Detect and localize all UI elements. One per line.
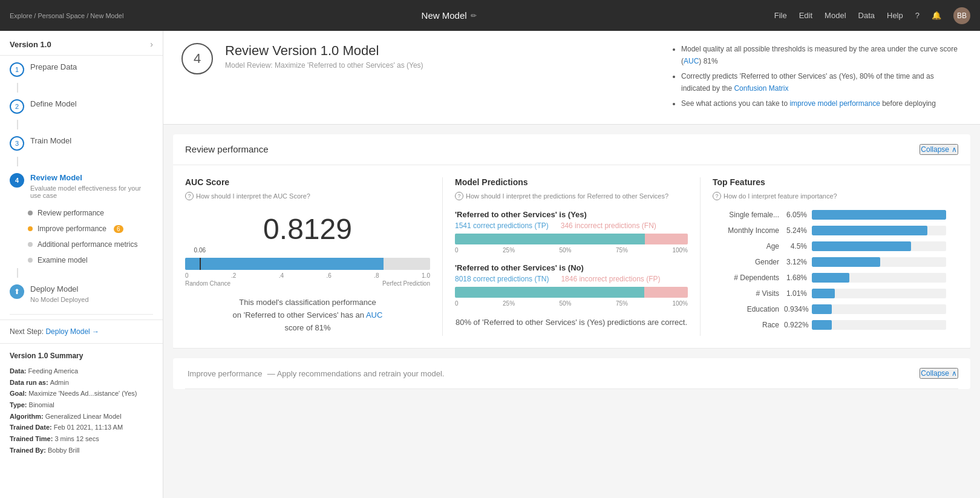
step-connector-2	[17, 120, 18, 129]
feature-row-8: Race 0.922%	[713, 320, 946, 330]
predictions-column: Model Predictions ? How should I interpr…	[443, 177, 701, 336]
topbar: Explore / Personal Space / New Model New…	[0, 0, 980, 31]
header-bullet-3: See what actions you can take to improve…	[681, 97, 962, 110]
step-label-4: Review Model	[30, 172, 153, 183]
sidebar-step-review[interactable]: 4 Review Model Evaluate model effectiven…	[0, 166, 163, 205]
feature-row-6: # Visits 1.01%	[713, 289, 946, 298]
predictions-help[interactable]: ? How should I interpret the predictions…	[455, 192, 688, 200]
pred-no-title: 'Referred to other Services' is (No)	[455, 263, 688, 272]
sub-item-review[interactable]: Review performance	[28, 205, 163, 221]
nav-edit[interactable]: Edit	[799, 11, 812, 20]
feature-pct-8: 0.922%	[784, 321, 807, 329]
review-performance-section: Review performance Collapse ∧ AUC Score …	[173, 134, 970, 349]
feature-bar-fill-3	[812, 241, 911, 251]
summary-goal: Goal: Maximize 'Needs Ad...sistance' (Ye…	[10, 388, 153, 399]
auc-bar-track: 0.06	[185, 258, 430, 270]
nav-file[interactable]: File	[774, 11, 787, 20]
auc-desc-link[interactable]: AUC	[366, 310, 382, 319]
collapse-button[interactable]: Collapse ∧	[920, 144, 958, 155]
next-step-link[interactable]: Deploy Model →	[45, 327, 99, 336]
feature-name-8: Race	[713, 321, 779, 329]
step-circle-4: 4	[10, 173, 24, 188]
bar-label-4: .4	[279, 272, 284, 279]
feature-row-3: Age 4.5%	[713, 241, 946, 251]
auc-description: This model's classification performanceo…	[185, 297, 430, 334]
sub-dot-review	[28, 211, 33, 215]
summary-trained-date: Trained Date: Feb 01 2021, 11:13 AM	[10, 422, 153, 433]
feature-bar-fill-4	[812, 257, 880, 267]
feature-name-5: # Dependents	[713, 274, 779, 282]
sidebar-divider-1	[10, 314, 153, 315]
improve-link[interactable]: improve model performance	[789, 99, 880, 108]
sub-item-examine[interactable]: Examine model	[28, 252, 163, 268]
sub-item-additional-label: Additional performance metrics	[38, 240, 137, 249]
feature-pct-2: 5.24%	[784, 226, 807, 235]
breadcrumb-explore[interactable]: Explore	[10, 12, 32, 19]
feature-bar-track-5	[812, 273, 946, 283]
pred-yes-bar-incorrect	[645, 234, 688, 244]
feature-pct-4: 3.12%	[784, 258, 807, 266]
pred-yes-title: 'Referred to other Services' is (Yes)	[455, 210, 688, 219]
feature-bar-fill-7	[812, 304, 832, 314]
feature-name-6: # Visits	[713, 289, 779, 298]
feature-bar-track-6	[812, 289, 946, 298]
auc-help[interactable]: ? How should I interpret the AUC Score?	[185, 192, 430, 200]
collapse-label: Collapse	[921, 145, 949, 154]
confusion-matrix-link[interactable]: Confusion Matrix	[734, 84, 788, 93]
avatar[interactable]: BB	[953, 7, 970, 24]
bar-label-8: .8	[374, 272, 379, 279]
pred-yes-correct: 1541 correct predictions (TP)	[455, 221, 549, 230]
help-icon[interactable]: ?	[915, 11, 920, 20]
feature-bar-fill-1	[812, 210, 946, 220]
features-help[interactable]: ? How do I interpret feature importance?	[713, 192, 946, 200]
perfect-prediction-label: Perfect Prediction	[382, 280, 430, 287]
feature-bar-fill-8	[812, 320, 832, 330]
pred-yes-bar	[455, 234, 688, 244]
chevron-up-icon: ∧	[952, 145, 957, 154]
nav-data[interactable]: Data	[858, 11, 875, 20]
step-circle-2: 2	[10, 99, 24, 114]
pred-no-bar	[455, 287, 688, 298]
auc-link[interactable]: AUC	[684, 57, 699, 65]
sidebar-step-prepare[interactable]: 1 Prepare Data	[0, 56, 163, 83]
improve-title-text: Improve performance	[188, 369, 263, 378]
feature-pct-1: 6.05%	[784, 211, 807, 219]
nav-help[interactable]: Help	[887, 11, 903, 20]
feature-pct-7: 0.934%	[784, 305, 807, 313]
feature-bar-track-1	[812, 210, 946, 220]
help-circle-icon-2: ?	[455, 192, 463, 200]
summary-data-run-as: Data run as: Admin	[10, 377, 153, 388]
bar-label-0: 0	[185, 272, 189, 279]
breadcrumb-personal-space[interactable]: Personal Space	[38, 12, 85, 19]
chevron-up-icon-2: ∧	[952, 369, 957, 378]
sub-dot-improve	[28, 226, 33, 231]
feature-row-4: Gender 3.12%	[713, 257, 946, 267]
feature-name-3: Age	[713, 242, 779, 251]
improve-section: Improve performance — Apply recommendati…	[173, 358, 970, 389]
next-step-label: Next Step:	[10, 327, 44, 336]
sub-item-improve[interactable]: Improve performance 6	[28, 221, 163, 237]
help-circle-icon-3: ?	[713, 192, 721, 200]
sub-dot-examine	[28, 258, 33, 263]
bell-icon[interactable]: 🔔	[932, 11, 941, 20]
step-label-1: Prepare Data	[30, 62, 77, 73]
sub-item-additional[interactable]: Additional performance metrics	[28, 237, 163, 252]
sidebar-step-define[interactable]: 2 Define Model	[0, 93, 163, 120]
auc-score-value: 0.8129	[185, 212, 430, 246]
features-column: Top Features ? How do I interpret featur…	[701, 177, 958, 336]
improve-collapse-button[interactable]: Collapse ∧	[920, 368, 958, 379]
nav-model[interactable]: Model	[825, 11, 846, 20]
sidebar-step-deploy[interactable]: ⬆ Deploy Model No Model Deployed	[0, 278, 163, 309]
step-circle-5: ⬆	[10, 284, 24, 299]
feature-bar-track-8	[812, 320, 946, 330]
sidebar-step-train[interactable]: 3 Train Model	[0, 129, 163, 157]
bar-label-6: .6	[327, 272, 332, 279]
sidebar-version: Version 1.0 ›	[0, 31, 163, 56]
improve-subtitle-text: — Apply recommendations and retrain your…	[267, 369, 445, 378]
chevron-right-icon[interactable]: ›	[150, 39, 153, 49]
breadcrumb-new-model[interactable]: New Model	[90, 12, 123, 19]
edit-icon[interactable]: ✏	[471, 11, 477, 20]
summary-data: Data: Feeding America	[10, 365, 153, 377]
auc-title: AUC Score	[185, 177, 430, 187]
pred-yes-counts: 1541 correct predictions (TP) 346 incorr…	[455, 221, 688, 230]
